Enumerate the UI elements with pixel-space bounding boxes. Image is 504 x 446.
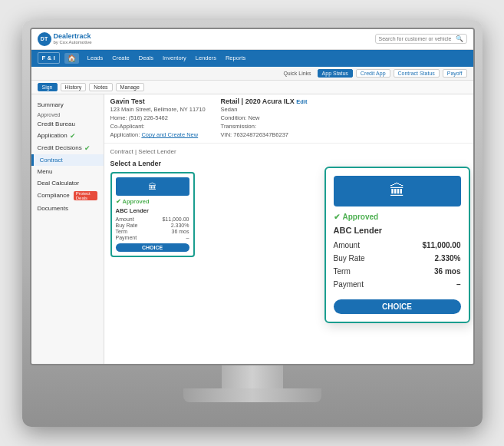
stand-neck — [222, 365, 283, 388]
customer-name: Gavin Test — [110, 97, 206, 105]
notes-button[interactable]: Notes — [89, 83, 112, 91]
logo-icon: DT — [38, 32, 51, 46]
logo-name: Dealertrack — [54, 33, 92, 41]
customer-address: 123 Main Street, Bellmore, NY 11710 — [110, 105, 206, 114]
amount-label-small: Amount — [116, 216, 134, 222]
exp-payment-row: Payment – — [334, 280, 461, 290]
sidebar-item-contract[interactable]: Contract — [31, 154, 104, 166]
stand-base — [183, 388, 321, 402]
nav-create[interactable]: Create — [108, 52, 133, 64]
sidebar-item-documents[interactable]: Documents — [31, 203, 104, 214]
choice-button-small[interactable]: CHOICE — [116, 243, 189, 252]
nav-reports[interactable]: Reports — [222, 52, 249, 64]
sidebar-summary-label: Summary — [38, 101, 64, 108]
payment-row-small: Payment – — [116, 235, 189, 240]
quick-links-bar: Quick Links App Status Credit App Contra… — [31, 67, 473, 81]
sidebar-item-application[interactable]: Application ✔ — [31, 130, 104, 142]
exp-approved-text: Approved — [343, 213, 379, 221]
sidebar-item-compliance[interactable]: Compliance Protect Deals — [31, 189, 104, 203]
fi-badge[interactable]: F & I — [38, 52, 60, 64]
exp-term-label: Term — [334, 267, 351, 276]
home-icon[interactable]: 🏠 — [64, 53, 79, 64]
search-input[interactable] — [379, 36, 456, 41]
approved-label-small: ✔ Approved — [116, 198, 189, 205]
nav-deals[interactable]: Deals — [135, 52, 157, 64]
main-layout: Summary Approved Credit Bureau Applicati… — [31, 94, 473, 364]
lender-logo-small: 🏛 — [116, 177, 189, 196]
amount-value-small: $11,000.00 — [162, 216, 189, 222]
logo-text-block: Dealertrack by Cox Automotive — [54, 33, 92, 45]
customer-header: Gavin Test 123 Main Street, Bellmore, NY… — [104, 94, 473, 144]
contract-section: Contract | Select Lender Select a Lender… — [104, 144, 473, 262]
breadcrumb: Contract | Select Lender — [110, 148, 467, 155]
sidebar-item-deal-calculator[interactable]: Deal Calculator — [31, 177, 104, 189]
search-icon: 🔍 — [456, 35, 463, 42]
choice-button-large[interactable]: CHOICE — [334, 299, 461, 314]
sign-button[interactable]: Sign — [38, 83, 58, 91]
expanded-lender-card: 🏛 ✔ Approved ABC Lender Amount $11,000.0… — [324, 167, 470, 323]
vehicle-type: Sedan — [221, 105, 308, 114]
sidebar-item-credit-decisions[interactable]: Credit Decisions ✔ — [31, 142, 104, 154]
exp-payment-value: – — [456, 280, 461, 289]
sidebar-credit-bureau-label: Credit Bureau — [38, 121, 75, 127]
vehicle-transmission: Transmission: — [221, 122, 308, 130]
term-row-small: Term 36 mos — [116, 229, 189, 234]
exp-term-row: Term 36 mos — [334, 267, 461, 277]
ql-contract-status[interactable]: Contract Status — [394, 69, 440, 78]
monitor: DT Dealertrack by Cox Automotive 🔍 F & I… — [22, 20, 483, 427]
nav-leads[interactable]: Leads — [84, 52, 107, 64]
compliance-badge: Protect Deals — [74, 191, 97, 200]
exp-check-icon: ✔ — [334, 213, 340, 221]
buy-rate-value-small: 2.330% — [171, 223, 189, 228]
monitor-screen: DT Dealertrack by Cox Automotive 🔍 F & I… — [30, 28, 475, 365]
sidebar-item-credit-bureau[interactable]: Credit Bureau — [31, 118, 104, 130]
application-label: Application: — [110, 131, 140, 138]
exp-lender-name: ABC Lender — [334, 226, 461, 235]
ql-credit-app[interactable]: Credit App — [356, 69, 390, 78]
monitor-stand — [30, 365, 475, 402]
exp-buy-rate-value: 2.330% — [435, 254, 461, 263]
search-bar[interactable]: 🔍 — [375, 34, 467, 44]
sidebar-documents-label: Documents — [38, 205, 68, 212]
ql-payoff[interactable]: Payoff — [443, 69, 467, 78]
sidebar-item-menu[interactable]: Menu — [31, 166, 104, 177]
logo-area: DT Dealertrack by Cox Automotive — [38, 32, 92, 46]
exp-lender-logo: 🏛 — [334, 176, 461, 206]
exp-buy-rate-label: Buy Rate — [334, 254, 365, 263]
vehicle-edit-link[interactable]: Edit — [296, 98, 307, 105]
lender-name-small: ABC Lender — [116, 207, 189, 214]
approved-text-small: Approved — [123, 198, 150, 205]
sidebar-compliance-label: Compliance — [38, 192, 70, 199]
nav-inventory[interactable]: Inventory — [159, 52, 190, 64]
exp-payment-label: Payment — [334, 280, 364, 289]
blue-nav: F & I 🏠 Leads Create Deals Inventory Len… — [31, 50, 473, 67]
exp-amount-value: $11,000.00 — [422, 241, 460, 249]
buy-rate-row-small: Buy Rate 2.330% — [116, 223, 189, 228]
sidebar-item-summary[interactable]: Summary — [31, 99, 104, 111]
top-nav: DT Dealertrack by Cox Automotive 🔍 — [31, 29, 473, 50]
nav-lenders[interactable]: Lenders — [192, 52, 220, 64]
credit-decisions-check-icon: ✔ — [84, 144, 91, 152]
history-button[interactable]: History — [61, 83, 87, 91]
application-link-row: Application: Copy and Create New — [110, 130, 206, 139]
sidebar-approved-label: Approved — [31, 111, 104, 118]
customer-info: Gavin Test 123 Main Street, Bellmore, NY… — [110, 97, 206, 140]
action-bar: Sign History Notes Manage — [31, 81, 473, 94]
application-link[interactable]: Copy and Create New — [141, 131, 198, 138]
sidebar-menu-label: Menu — [38, 168, 53, 175]
manage-button[interactable]: Manage — [116, 83, 144, 91]
payment-value-small: – — [186, 235, 189, 240]
term-value-small: 36 mos — [172, 229, 189, 234]
exp-amount-row: Amount $11,000.00 — [334, 241, 461, 251]
sidebar-credit-decisions-label: Credit Decisions — [38, 144, 82, 151]
exp-term-value: 36 mos — [434, 267, 460, 276]
ql-app-status[interactable]: App Status — [318, 69, 353, 78]
amount-row-small: Amount $11,000.00 — [116, 216, 189, 222]
vehicle-condition: Condition: New — [221, 114, 308, 122]
content-area: Gavin Test 123 Main Street, Bellmore, NY… — [104, 94, 473, 364]
check-icon-small: ✔ — [116, 198, 121, 205]
logo-sub: by Cox Automotive — [54, 40, 92, 45]
bank-icon-small: 🏛 — [148, 182, 156, 191]
sidebar-deal-calculator-label: Deal Calculator — [38, 180, 80, 187]
sidebar-application-label: Application — [38, 132, 68, 139]
